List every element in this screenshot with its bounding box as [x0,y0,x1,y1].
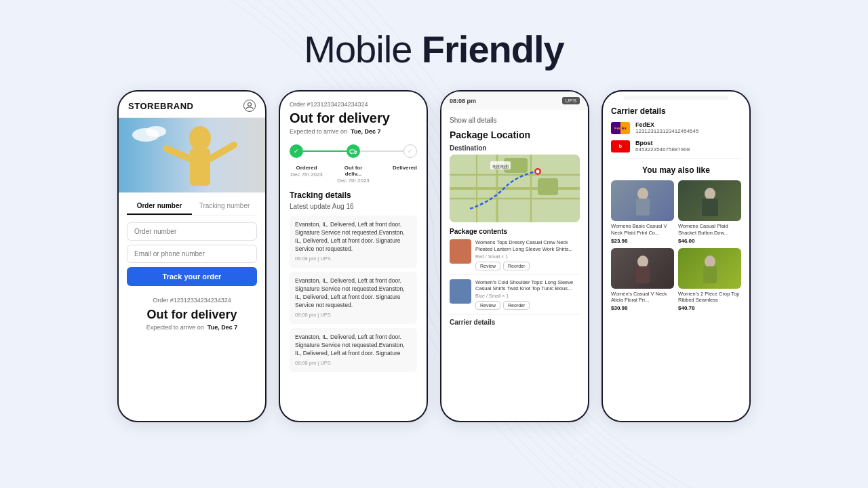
tab-tracking-number[interactable]: Tracking number [192,198,257,215]
step-delivered: ✓ [403,144,417,158]
p3-product-btns-2: Review Reorder [475,301,580,310]
bpost-logo: b [611,140,630,152]
tracking-item-3: Evanston, IL, Delivered, Left at front d… [290,328,417,372]
carrier-bpost: b Bpost 645322354675887908 [611,140,741,152]
tracking-item-1: Evanston, IL, Delivered, Left at front d… [290,216,417,268]
header-title-bold: Friendly [422,28,564,70]
p3-product-2: Women's Cold Shoulder Tops: Long Sleeve … [450,279,580,315]
bpost-info: Bpost 645322354675887908 [635,140,690,152]
svg-rect-28 [636,199,650,216]
phone-2: Order #12312334234234324 Out for deliver… [279,90,428,422]
reorder-btn-2[interactable]: Reorder [503,301,530,310]
p3-carrier-badge: UPS [562,97,580,104]
p2-order-number: Order #12312334234234324 [290,101,417,108]
svg-point-24 [536,170,540,174]
p3-dest-label: Destination [450,144,580,152]
header-title-normal: Mobile [304,28,422,70]
p4-products-grid: Womens Basic Casual V Neck Plaid Print C… [611,180,741,311]
label-out-for-delivery: Out for deliv... Dec 7th 2023 [336,165,370,184]
p3-product-img-2 [450,279,471,304]
carrier-fedex: FedEx FedEX 123123123123412454545 [611,121,741,134]
svg-rect-34 [703,266,717,283]
p2-latest-update: Latest update Aug 16 [290,203,417,210]
p3-section-title: Package Location [450,129,580,140]
label-ordered: Ordered Dec 7th 2023 [290,165,323,184]
p1-expected: Expected to arrive on Tue, Dec 7 [119,324,265,331]
svg-rect-6 [190,148,210,186]
svg-rect-11 [350,150,355,153]
p4-content: Carrier details FedEx FedEX 123123123123… [603,100,749,318]
svg-point-27 [637,188,648,200]
p1-order-number: Order #12312334234234324 [119,297,265,304]
p3-content: Show all details Package Location Destin… [441,110,588,333]
p3-time: 08:08 pm [450,98,476,104]
svg-rect-30 [702,199,718,216]
review-btn-1[interactable]: Review [475,262,500,270]
p1-tabs: Order number Tracking number [127,198,257,216]
p1-inputs: Track your order [119,216,265,293]
p3-product-1: Womens Tops Dressy Casual Crew Neck Plea… [450,239,580,275]
svg-text:地图地图: 地图地图 [492,165,509,169]
p2-step-labels: Ordered Dec 7th 2023 Out for deliv... De… [290,165,417,184]
p2-tracking-section: Tracking details [290,190,417,200]
p3-pkg-title: Package contents [450,228,580,235]
p4-product-img-1 [611,180,674,221]
p3-show-all[interactable]: Show all details [450,117,580,124]
svg-point-31 [637,256,648,268]
svg-point-10 [146,126,166,137]
page-header: Mobile Friendly [304,27,564,71]
p2-status-title: Out for delivery [290,110,417,126]
user-icon[interactable] [243,100,256,112]
p2-progress-bar: ✓ ✓ [290,144,417,158]
p4-product-3: Women's Casual V Neck Alicia Floral Pri.… [611,248,674,312]
p4-product-img-4 [678,248,741,289]
p4-product-img-2 [678,180,741,221]
p3-carrier-section: Carrier details [450,319,580,326]
step-out-for-delivery [347,144,360,158]
label-delivered: Delivered [383,165,417,184]
svg-point-12 [351,153,352,155]
p4-product-2: Womens Casual Plaid Shacket Button Dow..… [678,180,741,244]
tracking-item-2: Evanston, IL, Delivered, Left at front d… [290,272,417,324]
svg-point-3 [248,103,252,106]
p3-product-info-1: Womens Tops Dressy Casual Crew Neck Plea… [475,239,580,270]
fedex-logo: FedEx [611,122,630,134]
p3-product-info-2: Women's Cold Shoulder Tops: Long Sleeve … [475,279,580,310]
line-1 [303,150,347,152]
svg-rect-22 [538,178,558,195]
p4-you-may-like: You may also like [611,165,741,175]
p3-topbar: 08:08 pm UPS [441,92,588,110]
svg-rect-32 [636,266,650,283]
svg-point-5 [189,126,211,150]
review-btn-2[interactable]: Review [475,301,500,310]
line-2 [360,150,403,152]
p2-expected: Expected to arrive on Tue, Dec 7 [290,128,417,135]
track-order-button[interactable]: Track your order [127,267,257,286]
phones-container: STOREBRAND [117,90,751,422]
p1-status-title: Out for delivery [119,308,265,323]
p1-header: STOREBRAND [119,92,265,118]
p3-product-btns-1: Review Reorder [475,262,580,270]
p1-brand: STOREBRAND [128,101,194,111]
p4-product-1: Womens Basic Casual V Neck Plaid Print C… [611,180,674,244]
p3-product-img-1 [450,239,471,264]
phone-1: STOREBRAND [117,90,267,422]
svg-point-29 [705,188,715,200]
svg-point-13 [355,153,356,155]
phone-4: Carrier details FedEx FedEX 123123123123… [601,90,751,422]
svg-point-33 [705,256,715,268]
order-number-input[interactable] [127,222,257,241]
p3-map: 地图地图 [450,155,580,222]
email-input[interactable] [127,245,257,263]
fedex-info: FedEX 123123123123412454545 [635,121,698,134]
p4-product-img-3 [611,248,674,289]
phone-3: 08:08 pm UPS Show all details Package Lo… [440,90,589,422]
p2-content: Order #12312334234234324 Out for deliver… [280,92,427,421]
p4-product-4: Women's 2 Piece Crop Top Ribbed Seamless… [678,248,741,312]
p1-hero-image [119,118,265,192]
reorder-btn-1[interactable]: Reorder [503,262,530,270]
tab-order-number[interactable]: Order number [127,198,192,215]
step-ordered: ✓ [290,144,303,158]
p4-carrier-title: Carrier details [611,106,741,116]
